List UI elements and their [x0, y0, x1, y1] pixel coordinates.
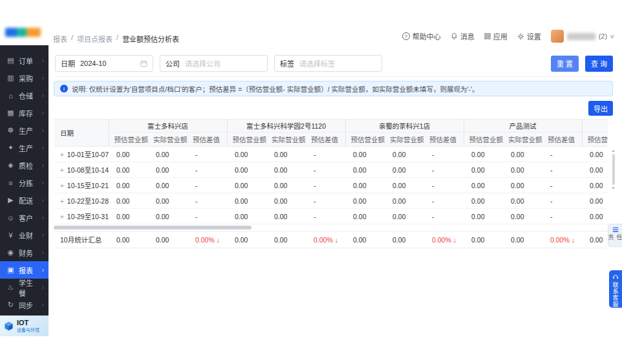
- cell-value: 0.00: [464, 162, 503, 178]
- report-icon: ▣: [6, 266, 15, 274]
- cell-value: -: [306, 162, 345, 178]
- chevron-right-icon: ›: [42, 109, 44, 116]
- summary-value: 0.00: [266, 231, 306, 248]
- sidebar-item-9[interactable]: ▶配送›: [0, 191, 48, 209]
- help-center-label: 帮助中心: [413, 31, 441, 41]
- sidebar-item-2[interactable]: ▥采购›: [0, 69, 48, 87]
- scroll-up-icon[interactable]: ▲: [612, 149, 616, 153]
- table-row: +10-08至10-140.000.00-0.000.00-0.000.00-0…: [54, 162, 608, 178]
- scroll-down-icon[interactable]: ▼: [612, 186, 616, 190]
- breadcrumb-item[interactable]: 项目点报表: [77, 34, 113, 44]
- summary-value: 0.00% ↓: [542, 231, 582, 248]
- cell-value: 0.00: [227, 162, 266, 178]
- sidebar-item-1[interactable]: ▤订单›: [0, 52, 48, 69]
- cell-value: 0.00: [227, 193, 266, 209]
- tag-filter-placeholder: 请选择标签: [299, 58, 376, 69]
- notice-text: 说明: 仅统计设置为'自营项目点/档口'的客户；预估差异 =（预估营业额- 实际…: [72, 84, 479, 94]
- cell-value: -: [188, 162, 227, 178]
- date-filter[interactable]: 日期 2024-10: [55, 55, 153, 72]
- vertical-scrollbar[interactable]: ▲ ▼: [610, 149, 617, 225]
- cell-value: -: [188, 178, 227, 193]
- headset-icon: [612, 273, 619, 280]
- cell-value: -: [424, 193, 464, 209]
- horizontal-scrollbar[interactable]: ›: [54, 225, 608, 231]
- settings-label: 设置: [527, 31, 541, 41]
- summary-value: 0.00% ↓: [306, 231, 345, 248]
- cell-value: 0.00: [464, 193, 503, 209]
- table-row: +10-15至10-210.000.00-0.000.00-0.000.00-0…: [54, 178, 608, 193]
- search-button[interactable]: 查 询: [585, 56, 613, 72]
- production2-icon: ✦: [6, 144, 15, 152]
- sidebar-item-13[interactable]: ▣报表›: [0, 261, 48, 279]
- iot-brand[interactable]: IOT 设备与环境: [0, 316, 48, 336]
- sidebar-menu: ▤订单›▥采购›⌂仓储›▦库存›☸生产›✦生产›◈质检›≡分拣›▶配送›☺客户›…: [0, 52, 48, 314]
- sidebar-item-10[interactable]: ☺客户›: [0, 209, 48, 226]
- summary-value: 0.00: [503, 231, 542, 248]
- tag-filter[interactable]: 标签 请选择标签: [274, 55, 382, 72]
- messages-button[interactable]: 消息: [451, 31, 475, 41]
- chevron-right-icon: ›: [42, 266, 44, 273]
- date-range: 10-08至10-14: [67, 166, 109, 174]
- metric-header: 预估差值: [542, 133, 582, 147]
- sidebar-item-label: 仓储: [19, 91, 33, 101]
- cell-value: 0.00: [227, 209, 266, 224]
- horizontal-scrollbar-thumb[interactable]: [54, 226, 252, 230]
- reset-button[interactable]: 重 置: [551, 56, 579, 72]
- expand-row-button[interactable]: +: [60, 198, 64, 205]
- expand-row-button[interactable]: +: [60, 151, 64, 158]
- apps-button[interactable]: 应用: [484, 31, 508, 41]
- breadcrumb-separator: /: [116, 34, 118, 44]
- sidebar-item-label: 报表: [19, 265, 33, 275]
- messages-label: 消息: [460, 31, 475, 41]
- sidebar-item-4[interactable]: ▦库存›: [0, 104, 48, 122]
- sidebar-item-12[interactable]: ◉财务›: [0, 244, 48, 261]
- metric-header: 预估营业额: [109, 133, 148, 147]
- expand-row-button[interactable]: +: [60, 182, 64, 189]
- vertical-scrollbar-thumb[interactable]: [612, 154, 615, 185]
- sidebar-item-5[interactable]: ☸生产›: [0, 122, 48, 139]
- sidebar-item-14[interactable]: ♨学生餐›: [0, 279, 48, 296]
- expand-row-button[interactable]: +: [60, 167, 64, 174]
- cell-value: 0.00: [109, 178, 148, 193]
- cell-value: 0.00: [227, 147, 266, 162]
- sidebar-item-8[interactable]: ≡分拣›: [0, 174, 48, 191]
- report-table-area: 日期富士多科兴店富士多科兴科学园2号1120亲蜀的茶科兴1店产品测试预估营业额实…: [54, 119, 613, 248]
- contact-service-button[interactable]: 联系客服: [609, 270, 622, 308]
- cell-value: -: [188, 209, 227, 224]
- settings-button[interactable]: 设置: [517, 31, 541, 41]
- cell-value: 0.00: [266, 178, 306, 193]
- sidebar-item-label: 质检: [19, 160, 33, 171]
- help-center-button[interactable]: ? 帮助中心: [402, 31, 441, 41]
- chevron-right-icon: ›: [42, 162, 44, 169]
- cell-value: 0.00: [109, 147, 148, 162]
- cell-value: 0.00: [109, 162, 148, 178]
- summary-row: 10月统计汇总0.000.000.00% ↓0.000.000.00% ↓0.0…: [54, 231, 608, 248]
- sidebar-item-15[interactable]: ↻同步›: [0, 296, 48, 314]
- company-filter[interactable]: 公司 请选择公司: [160, 55, 268, 72]
- user-menu[interactable]: (2) ∨: [551, 30, 614, 43]
- sidebar-item-11[interactable]: ¥业财›: [0, 226, 48, 244]
- app-logo[interactable]: [5, 27, 43, 37]
- sidebar-item-7[interactable]: ◈质检›: [0, 156, 48, 174]
- breadcrumb-item[interactable]: 报表: [53, 34, 67, 44]
- summary-value: 0.00: [109, 231, 148, 248]
- metric-header: 预估营业额: [464, 133, 503, 147]
- cell-value: 0.00: [385, 147, 424, 162]
- chevron-right-icon: ›: [42, 179, 44, 186]
- chevron-right-icon: ›: [42, 284, 44, 291]
- cell-value: 0.00: [266, 209, 306, 224]
- sidebar-item-6[interactable]: ✦生产›: [0, 139, 48, 156]
- biz-finance-icon: ¥: [6, 231, 15, 239]
- task-panel-tab[interactable]: 任务: [608, 224, 622, 247]
- cell-value: -: [424, 162, 464, 178]
- cell-value: -: [542, 209, 582, 224]
- notice-banner: i 说明: 仅统计设置为'自营项目点/档口'的客户；预估差异 =（预估营业额- …: [54, 81, 613, 96]
- cell-value: 0.00: [345, 162, 385, 178]
- cell-value: 0.00: [345, 178, 385, 193]
- sidebar-item-label: 学生餐: [19, 277, 38, 298]
- expand-row-button[interactable]: +: [60, 213, 64, 220]
- sidebar-item-3[interactable]: ⌂仓储›: [0, 87, 48, 104]
- table-row: +10-29至10-310.000.00-0.000.00-0.000.00-0…: [54, 209, 608, 224]
- export-button[interactable]: 导出: [588, 101, 613, 116]
- metric-header: 预估营业额: [227, 133, 266, 147]
